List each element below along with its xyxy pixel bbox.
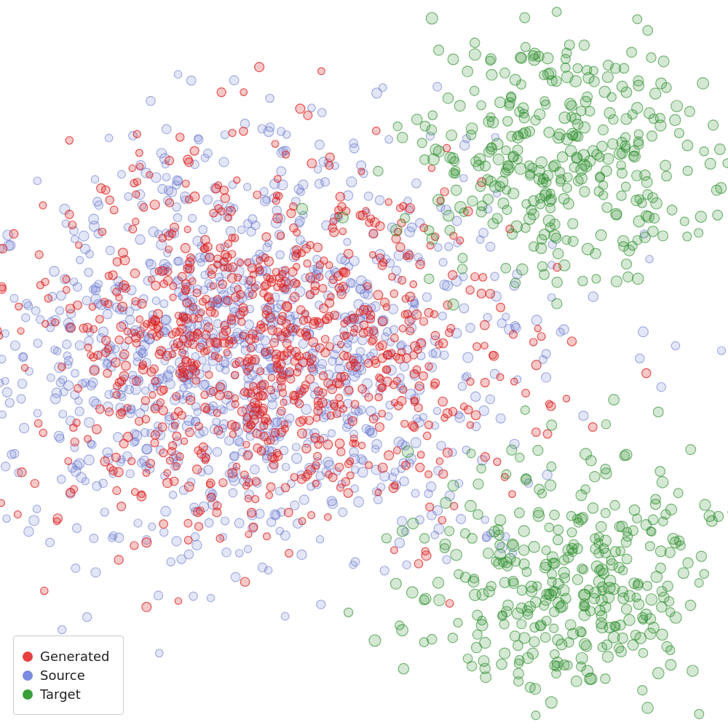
scatter-plot <box>0 0 728 728</box>
legend-label-target: Target <box>40 687 81 702</box>
legend-dot-source <box>23 670 33 681</box>
legend-item-source: Source <box>23 668 110 683</box>
chart-legend: GeneratedSourceTarget <box>13 636 124 715</box>
legend-dot-target <box>23 689 33 700</box>
legend-label-source: Source <box>40 668 85 683</box>
legend-label-generated: Generated <box>40 649 110 664</box>
chart-container: GeneratedSourceTarget <box>0 0 728 728</box>
legend-item-generated: Generated <box>23 649 110 664</box>
legend-dot-generated <box>23 652 33 662</box>
legend-item-target: Target <box>23 687 110 702</box>
